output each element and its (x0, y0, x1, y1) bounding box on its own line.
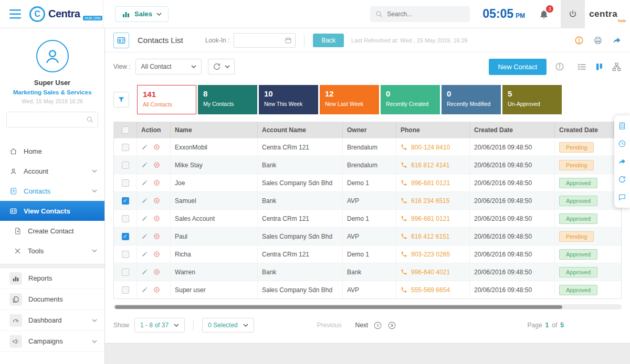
table-row[interactable]: Super user Sales Company Sdn Bhd AVP 555… (114, 281, 621, 298)
kanban-view-icon[interactable] (594, 62, 604, 72)
select-all-checkbox[interactable] (122, 126, 129, 134)
hierarchy-view-icon[interactable] (612, 62, 622, 72)
stat-card-recently-modified[interactable]: 0 Recently Modified (442, 85, 501, 114)
next-button[interactable]: Next (355, 322, 368, 329)
row-checkbox[interactable] (122, 162, 129, 169)
row-checkbox[interactable] (122, 144, 129, 151)
edit-icon[interactable] (141, 251, 148, 258)
delete-icon[interactable] (153, 215, 160, 222)
column-header-account[interactable]: Account Name (258, 122, 343, 138)
table-row[interactable]: Sales Account Centra CRm 121 Demo 1 996-… (114, 209, 621, 227)
row-checkbox[interactable] (122, 251, 129, 258)
edit-icon[interactable] (141, 179, 148, 186)
delete-icon[interactable] (153, 233, 160, 240)
edit-icon[interactable] (141, 286, 148, 293)
delete-icon[interactable] (153, 144, 160, 151)
table-row[interactable]: Joe Sales Company Sdn Bhd Demo 1 996-681… (114, 174, 621, 191)
delete-icon[interactable] (153, 269, 160, 275)
stat-card-recently-created[interactable]: 0 Recently Created (381, 85, 440, 114)
column-header-action[interactable]: Action (137, 122, 171, 138)
column-header-created[interactable]: Created Date (470, 122, 555, 138)
table-row[interactable]: Paul Sales Company Sdn Bhd AVP 616 412 6… (114, 227, 621, 245)
notification-bell[interactable]: 3 (539, 9, 549, 19)
edit-icon[interactable] (141, 162, 148, 168)
info-icon[interactable] (555, 62, 564, 71)
sidebar-item-tools[interactable]: Tools (0, 241, 104, 261)
last-page-icon[interactable] (387, 321, 396, 330)
sidebar-item-create-contact[interactable]: Create Contact (0, 221, 104, 241)
sidebar-search[interactable] (6, 112, 98, 127)
range-dropdown[interactable]: 1 - 8 of 37 (134, 318, 185, 333)
stat-card-my-contacts[interactable]: 8 My Contacts (198, 85, 257, 114)
horizontal-scrollbar[interactable] (113, 304, 622, 309)
row-checkbox[interactable] (122, 179, 129, 187)
avatar[interactable] (36, 40, 69, 72)
lookin-field[interactable] (234, 33, 296, 48)
table-row[interactable]: Richa Centra CRm 121 Demo 1 903-223 0265… (114, 245, 621, 263)
selected-dropdown[interactable]: 0 Selected (202, 318, 254, 333)
edit-icon[interactable] (141, 197, 148, 204)
sidebar-item-documents[interactable]: Documents (0, 289, 104, 310)
table-row[interactable]: Warren Bank Bank 996-640 4021 20/06/2016… (114, 263, 621, 281)
delete-icon[interactable] (153, 286, 160, 293)
column-header-owner[interactable]: Owner (343, 122, 396, 138)
delete-icon[interactable] (153, 179, 160, 186)
delete-icon[interactable] (153, 197, 160, 204)
column-header-name[interactable]: Name (171, 122, 258, 138)
sidebar-item-contacts[interactable]: Contacts (0, 181, 104, 201)
calculator-icon[interactable] (618, 122, 626, 130)
history-clock-icon[interactable] (618, 140, 626, 148)
edit-icon[interactable] (141, 215, 148, 222)
sidebar-item-campaigns[interactable]: Campaigns (0, 331, 104, 352)
view-select[interactable]: All Contact (135, 59, 202, 74)
row-checkbox[interactable] (122, 269, 129, 276)
sync-icon[interactable] (618, 175, 626, 184)
row-checkbox[interactable] (122, 286, 129, 294)
filter-button[interactable] (113, 92, 129, 108)
hamburger-menu-icon[interactable] (9, 9, 21, 19)
row-checkbox[interactable] (122, 197, 129, 205)
stat-card-new-last-week[interactable]: 12 New Last Week (320, 85, 379, 114)
share-forward-icon[interactable] (618, 157, 626, 166)
share-icon[interactable] (612, 36, 622, 45)
user-icon (9, 167, 17, 175)
sidebar-search-input[interactable] (11, 116, 86, 123)
row-checkbox[interactable] (122, 233, 129, 240)
lookin-input[interactable] (237, 37, 285, 44)
stat-card-new-this-week[interactable]: 10 New This Week (259, 85, 318, 114)
column-header-phone[interactable]: Phone (396, 122, 470, 138)
edit-icon[interactable] (141, 233, 148, 240)
module-selector[interactable]: Sales (115, 6, 169, 22)
print-icon[interactable] (593, 36, 603, 45)
table-row[interactable]: Mike Stay Bank Brendalum 616 812 4141 20… (114, 156, 621, 174)
column-header-status[interactable]: Created Date (555, 122, 618, 138)
row-checkbox[interactable] (122, 215, 129, 222)
table-row[interactable]: ExxonMobil Centra CRm 121 Brendalum 800-… (114, 138, 621, 156)
global-search[interactable] (370, 6, 470, 22)
contacts-module-icon-button[interactable] (113, 33, 129, 48)
delete-icon[interactable] (153, 251, 160, 258)
edit-icon[interactable] (141, 144, 148, 151)
delete-icon[interactable] (153, 162, 160, 168)
stat-card-all-contacts[interactable]: 141 All Contacts (137, 85, 196, 114)
next-page-icon[interactable] (373, 321, 382, 330)
stat-card-unapproved[interactable]: 5 Un-Approved (502, 85, 562, 114)
scrollbar-thumb[interactable] (115, 305, 562, 309)
edit-icon[interactable] (141, 269, 148, 275)
sidebar-item-account[interactable]: Account (0, 161, 104, 181)
back-button[interactable]: Back (313, 34, 344, 47)
chat-icon[interactable] (618, 193, 626, 201)
refresh-dropdown[interactable] (208, 59, 235, 74)
logout-button[interactable] (561, 0, 585, 28)
new-contact-button[interactable]: New Contact (489, 59, 547, 75)
sidebar-item-view-contacts[interactable]: View Contacts (0, 201, 104, 221)
sidebar-item-reports[interactable]: Reports (0, 268, 104, 289)
table-row[interactable]: Samuel Bank AVP 616 234 6515 20/06/2016 … (114, 191, 621, 209)
sidebar-item-dashboard[interactable]: Dashboard (0, 310, 104, 331)
global-search-input[interactable] (387, 10, 455, 18)
list-view-icon[interactable] (577, 62, 587, 72)
calendar-icon[interactable] (285, 37, 292, 44)
alert-icon[interactable] (574, 36, 584, 45)
previous-button[interactable]: Previous (317, 322, 342, 329)
sidebar-item-home[interactable]: Home (0, 141, 104, 161)
